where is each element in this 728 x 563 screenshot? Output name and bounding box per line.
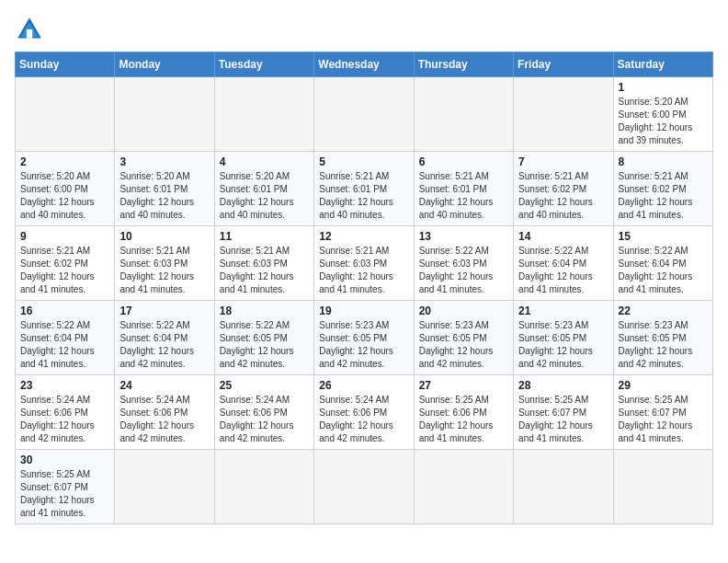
day-info: Sunrise: 5:21 AM Sunset: 6:01 PM Dayligh… <box>319 170 408 222</box>
day-number: 10 <box>119 230 209 243</box>
calendar-cell: 10Sunrise: 5:21 AM Sunset: 6:03 PM Dayli… <box>115 226 214 301</box>
calendar-cell: 22Sunrise: 5:23 AM Sunset: 6:05 PM Dayli… <box>613 301 712 375</box>
calendar-cell: 21Sunrise: 5:23 AM Sunset: 6:05 PM Dayli… <box>514 301 613 375</box>
calendar-cell <box>314 450 414 524</box>
svg-rect-2 <box>27 29 32 39</box>
calendar-cell: 12Sunrise: 5:21 AM Sunset: 6:03 PM Dayli… <box>314 226 414 301</box>
day-info: Sunrise: 5:22 AM Sunset: 6:04 PM Dayligh… <box>20 319 109 371</box>
day-info: Sunrise: 5:23 AM Sunset: 6:05 PM Dayligh… <box>518 319 608 371</box>
header-cell-sunday: Sunday <box>16 52 115 77</box>
week-row-2: 9Sunrise: 5:21 AM Sunset: 6:02 PM Daylig… <box>16 226 713 301</box>
day-info: Sunrise: 5:21 AM Sunset: 6:02 PM Dayligh… <box>619 170 708 222</box>
calendar-cell: 1Sunrise: 5:20 AM Sunset: 6:00 PM Daylig… <box>613 77 712 152</box>
day-number: 30 <box>20 454 109 466</box>
day-info: Sunrise: 5:25 AM Sunset: 6:07 PM Dayligh… <box>518 394 608 445</box>
calendar-cell <box>16 77 115 152</box>
calendar-cell <box>613 450 712 524</box>
calendar-cell: 27Sunrise: 5:25 AM Sunset: 6:06 PM Dayli… <box>414 375 513 450</box>
header-cell-friday: Friday <box>514 52 613 77</box>
day-number: 20 <box>419 304 508 317</box>
day-info: Sunrise: 5:22 AM Sunset: 6:04 PM Dayligh… <box>619 245 708 296</box>
day-number: 14 <box>518 230 608 243</box>
header-cell-thursday: Thursday <box>414 52 513 77</box>
day-number: 9 <box>20 230 109 243</box>
day-info: Sunrise: 5:21 AM Sunset: 6:03 PM Dayligh… <box>220 245 309 296</box>
day-info: Sunrise: 5:21 AM Sunset: 6:03 PM Dayligh… <box>119 245 209 296</box>
calendar-cell: 8Sunrise: 5:21 AM Sunset: 6:02 PM Daylig… <box>613 152 712 226</box>
calendar-cell <box>115 77 214 152</box>
day-info: Sunrise: 5:25 AM Sunset: 6:07 PM Dayligh… <box>619 394 708 445</box>
calendar-cell <box>414 77 513 152</box>
day-number: 19 <box>319 304 408 317</box>
day-info: Sunrise: 5:21 AM Sunset: 6:01 PM Dayligh… <box>419 170 508 222</box>
calendar-cell: 4Sunrise: 5:20 AM Sunset: 6:01 PM Daylig… <box>214 152 313 226</box>
calendar-cell <box>214 450 313 524</box>
calendar-cell <box>514 450 613 524</box>
day-number: 3 <box>119 155 209 168</box>
day-info: Sunrise: 5:22 AM Sunset: 6:03 PM Dayligh… <box>419 245 508 296</box>
day-info: Sunrise: 5:23 AM Sunset: 6:05 PM Dayligh… <box>619 319 708 371</box>
day-info: Sunrise: 5:22 AM Sunset: 6:04 PM Dayligh… <box>518 245 608 296</box>
day-number: 13 <box>419 230 508 243</box>
day-number: 25 <box>220 379 309 392</box>
day-info: Sunrise: 5:24 AM Sunset: 6:06 PM Dayligh… <box>319 394 408 445</box>
calendar-cell: 23Sunrise: 5:24 AM Sunset: 6:06 PM Dayli… <box>16 375 115 450</box>
day-number: 8 <box>619 155 708 168</box>
header <box>15 15 713 44</box>
calendar-cell <box>115 450 214 524</box>
day-number: 28 <box>518 379 608 392</box>
calendar-cell: 17Sunrise: 5:22 AM Sunset: 6:04 PM Dayli… <box>115 301 214 375</box>
day-info: Sunrise: 5:22 AM Sunset: 6:04 PM Dayligh… <box>119 319 209 371</box>
calendar-cell: 30Sunrise: 5:25 AM Sunset: 6:07 PM Dayli… <box>16 450 115 524</box>
header-cell-wednesday: Wednesday <box>314 52 414 77</box>
header-row: SundayMondayTuesdayWednesdayThursdayFrid… <box>16 52 713 77</box>
day-number: 16 <box>20 304 109 317</box>
week-row-0: 1Sunrise: 5:20 AM Sunset: 6:00 PM Daylig… <box>16 77 713 152</box>
day-number: 23 <box>20 379 109 392</box>
day-number: 12 <box>319 230 408 243</box>
header-cell-saturday: Saturday <box>613 52 712 77</box>
calendar-cell: 13Sunrise: 5:22 AM Sunset: 6:03 PM Dayli… <box>414 226 513 301</box>
day-info: Sunrise: 5:21 AM Sunset: 6:02 PM Dayligh… <box>518 170 608 222</box>
day-number: 4 <box>220 155 309 168</box>
calendar-cell: 16Sunrise: 5:22 AM Sunset: 6:04 PM Dayli… <box>16 301 115 375</box>
day-info: Sunrise: 5:21 AM Sunset: 6:03 PM Dayligh… <box>319 245 408 296</box>
calendar-table: SundayMondayTuesdayWednesdayThursdayFrid… <box>15 52 713 524</box>
day-info: Sunrise: 5:24 AM Sunset: 6:06 PM Dayligh… <box>220 394 309 445</box>
day-number: 11 <box>220 230 309 243</box>
day-info: Sunrise: 5:24 AM Sunset: 6:06 PM Dayligh… <box>20 394 109 445</box>
day-info: Sunrise: 5:20 AM Sunset: 6:01 PM Dayligh… <box>220 170 309 222</box>
day-info: Sunrise: 5:20 AM Sunset: 6:00 PM Dayligh… <box>619 96 708 147</box>
day-info: Sunrise: 5:23 AM Sunset: 6:05 PM Dayligh… <box>319 319 408 371</box>
calendar-cell: 11Sunrise: 5:21 AM Sunset: 6:03 PM Dayli… <box>214 226 313 301</box>
header-cell-tuesday: Tuesday <box>214 52 313 77</box>
calendar-cell <box>314 77 414 152</box>
week-row-4: 23Sunrise: 5:24 AM Sunset: 6:06 PM Dayli… <box>16 375 713 450</box>
day-info: Sunrise: 5:25 AM Sunset: 6:07 PM Dayligh… <box>20 468 109 520</box>
calendar-cell: 14Sunrise: 5:22 AM Sunset: 6:04 PM Dayli… <box>514 226 613 301</box>
day-info: Sunrise: 5:20 AM Sunset: 6:01 PM Dayligh… <box>119 170 209 222</box>
calendar-cell: 19Sunrise: 5:23 AM Sunset: 6:05 PM Dayli… <box>314 301 414 375</box>
day-info: Sunrise: 5:20 AM Sunset: 6:00 PM Dayligh… <box>20 170 109 222</box>
day-number: 15 <box>619 230 708 243</box>
day-number: 6 <box>419 155 508 168</box>
day-number: 27 <box>419 379 508 392</box>
day-info: Sunrise: 5:24 AM Sunset: 6:06 PM Dayligh… <box>119 394 209 445</box>
calendar-cell: 24Sunrise: 5:24 AM Sunset: 6:06 PM Dayli… <box>115 375 214 450</box>
day-number: 5 <box>319 155 408 168</box>
calendar-cell: 6Sunrise: 5:21 AM Sunset: 6:01 PM Daylig… <box>414 152 513 226</box>
calendar-cell: 9Sunrise: 5:21 AM Sunset: 6:02 PM Daylig… <box>16 226 115 301</box>
calendar-cell: 7Sunrise: 5:21 AM Sunset: 6:02 PM Daylig… <box>514 152 613 226</box>
calendar-cell: 29Sunrise: 5:25 AM Sunset: 6:07 PM Dayli… <box>613 375 712 450</box>
calendar-cell <box>414 450 513 524</box>
day-info: Sunrise: 5:22 AM Sunset: 6:05 PM Dayligh… <box>220 319 309 371</box>
logo-icon <box>15 15 44 44</box>
logo <box>15 15 48 44</box>
day-number: 1 <box>619 81 708 94</box>
day-number: 18 <box>220 304 309 317</box>
week-row-3: 16Sunrise: 5:22 AM Sunset: 6:04 PM Dayli… <box>16 301 713 375</box>
calendar-cell: 20Sunrise: 5:23 AM Sunset: 6:05 PM Dayli… <box>414 301 513 375</box>
day-number: 24 <box>119 379 209 392</box>
day-info: Sunrise: 5:23 AM Sunset: 6:05 PM Dayligh… <box>419 319 508 371</box>
day-number: 26 <box>319 379 408 392</box>
